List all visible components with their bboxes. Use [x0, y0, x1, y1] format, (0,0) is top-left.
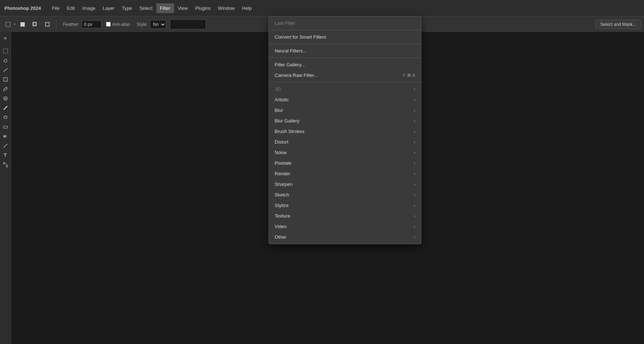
menu-blur[interactable]: Blur › [269, 105, 421, 116]
feather-input[interactable] [82, 20, 102, 28]
convert-smart-filters-label: Convert for Smart Filters [275, 34, 415, 40]
marquee-tool-group: ▾ [3, 19, 15, 30]
menu-blur-gallery[interactable]: Blur Gallery › [269, 116, 421, 126]
sharpen-label: Sharpen [275, 181, 411, 187]
sidebar-tool-stamp[interactable] [1, 113, 10, 122]
blur-gallery-label: Blur Gallery [275, 118, 411, 124]
marquee-icon [5, 22, 11, 27]
menu-camera-raw[interactable]: Camera Raw Filter... ⇧ ⌘ A [269, 70, 421, 81]
rect-marquee-btn[interactable] [17, 19, 28, 30]
menu-file[interactable]: File [48, 3, 63, 13]
menu-plugins[interactable]: Plugins [192, 3, 215, 13]
width-height-field [170, 19, 206, 30]
render-label: Render [275, 171, 411, 176]
menu-layer[interactable]: Layer [99, 3, 118, 13]
camera-raw-shortcut: ⇧ ⌘ A [402, 73, 415, 78]
separator-1 [269, 30, 421, 30]
antialias-label: Anti-alias [112, 22, 130, 27]
sidebar-tool-crop[interactable] [1, 75, 10, 84]
sidebar-tool-type[interactable]: T [1, 151, 10, 160]
artboard-btn[interactable] [42, 19, 52, 30]
svg-line-8 [4, 69, 7, 72]
rect-marquee-icon [20, 22, 25, 27]
video-arrow: › [414, 224, 415, 229]
antialias-checkbox[interactable] [106, 22, 111, 27]
marquee-arrow: ▾ [14, 23, 15, 26]
filter-gallery-label: Filter Gallery... [275, 62, 415, 67]
menu-convert-smart-filters[interactable]: Convert for Smart Filters [269, 32, 421, 42]
menubar: Photoshop 2024 File Edit Image Layer Typ… [0, 0, 644, 16]
sidebar-tool-heal[interactable] [1, 94, 10, 103]
sidebar-tool-marquee[interactable] [1, 47, 10, 55]
distort-arrow: › [414, 140, 415, 145]
marquee-tool-btn[interactable] [3, 19, 13, 30]
menu-3d[interactable]: 3D › [269, 84, 421, 94]
other-arrow: › [414, 235, 415, 240]
stylize-label: Stylize [275, 203, 411, 208]
sidebar-pen-icon [3, 143, 8, 148]
menu-filter-gallery[interactable]: Filter Gallery... [269, 59, 421, 70]
sidebar-expand-btn[interactable]: » [1, 34, 10, 42]
texture-arrow: › [414, 214, 415, 219]
svg-rect-19 [3, 163, 5, 164]
sidebar-tool-eyedropper[interactable] [1, 85, 10, 93]
sidebar-path-icon [3, 162, 8, 167]
menu-type[interactable]: Type [118, 3, 136, 13]
menu-stylize[interactable]: Stylize › [269, 200, 421, 211]
svg-rect-1 [20, 22, 25, 27]
artistic-arrow: › [414, 97, 415, 102]
menu-filter[interactable]: Filter [156, 3, 174, 13]
sidebar-tool-gradient[interactable] [1, 132, 10, 141]
menu-video[interactable]: Video › [269, 221, 421, 232]
noise-arrow: › [414, 150, 415, 155]
menu-texture[interactable]: Texture › [269, 211, 421, 221]
menu-other[interactable]: Other › [269, 232, 421, 242]
menu-last-filter[interactable]: Last Filter [269, 18, 421, 28]
pixelate-label: Pixelate [275, 160, 411, 166]
menu-brush-strokes[interactable]: Brush Strokes › [269, 126, 421, 137]
camera-raw-label: Camera Raw Filter... [275, 73, 402, 78]
sidebar-lasso-icon [3, 58, 8, 63]
menu-view[interactable]: View [174, 3, 192, 13]
select-mask-button[interactable]: Select and Mask... [596, 20, 641, 29]
menu-render[interactable]: Render › [269, 168, 421, 179]
menu-distort[interactable]: Distort › [269, 137, 421, 147]
svg-rect-20 [6, 165, 8, 167]
sidebar-marquee-icon [3, 48, 8, 54]
sidebar-wand-icon [3, 67, 8, 73]
menu-image[interactable]: Image [79, 3, 99, 13]
noise-label: Noise [275, 150, 411, 155]
svg-rect-0 [6, 22, 10, 27]
style-select[interactable]: No Fixed Ratio Fixed Size [150, 20, 166, 29]
menu-neural-filters[interactable]: Neural Filters... [269, 46, 421, 56]
video-label: Video [275, 224, 411, 229]
sidebar-heal-icon [3, 96, 8, 101]
menu-edit[interactable]: Edit [63, 3, 78, 13]
separator-3 [269, 58, 421, 58]
sidebar-tool-path[interactable] [1, 160, 10, 169]
svg-rect-17 [4, 126, 7, 128]
menu-sketch[interactable]: Sketch › [269, 189, 421, 200]
app-title: Photoshop 2024 [4, 5, 41, 11]
menu-pixelate[interactable]: Pixelate › [269, 158, 421, 168]
menu-sharpen[interactable]: Sharpen › [269, 179, 421, 189]
texture-label: Texture [275, 213, 411, 219]
menu-select[interactable]: Select [136, 3, 156, 13]
sidebar-tool-lasso[interactable] [1, 56, 10, 65]
svg-rect-3 [34, 23, 36, 25]
sidebar-gradient-icon [3, 134, 8, 139]
menu-artistic[interactable]: Artistic › [269, 94, 421, 105]
menu-noise[interactable]: Noise › [269, 147, 421, 158]
blur-label: Blur [275, 107, 411, 113]
neural-filters-label: Neural Filters... [275, 48, 415, 54]
separator-2 [269, 44, 421, 44]
sidebar-tool-eraser[interactable] [1, 122, 10, 131]
brush-strokes-label: Brush Strokes [275, 129, 411, 134]
pixelate-arrow: › [414, 161, 415, 166]
menu-help[interactable]: Help [239, 3, 256, 13]
sidebar-tool-pen[interactable] [1, 141, 10, 150]
sidebar-tool-brush[interactable] [1, 103, 10, 112]
menu-window[interactable]: Window [214, 3, 238, 13]
move-tool-btn[interactable] [30, 19, 40, 30]
sidebar-tool-wand[interactable] [1, 66, 10, 74]
